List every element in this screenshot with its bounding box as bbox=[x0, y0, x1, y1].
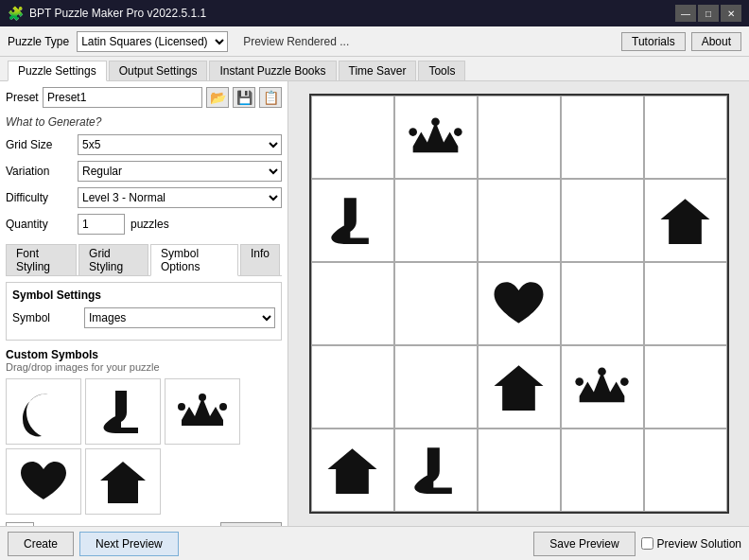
variation-row: Variation Regular bbox=[6, 161, 282, 182]
grid-cell-0-0 bbox=[311, 96, 394, 179]
right-panel bbox=[288, 81, 749, 526]
grid-cell-3-1 bbox=[394, 345, 478, 429]
reset-button[interactable]: Reset bbox=[220, 522, 282, 526]
grid-cell-4-4 bbox=[644, 429, 727, 512]
preset-input[interactable] bbox=[43, 87, 202, 108]
maximize-button[interactable]: □ bbox=[698, 5, 719, 22]
crown-icon bbox=[174, 386, 231, 438]
preview-status: Preview Rendered ... bbox=[243, 35, 349, 48]
grid-cell-0-2 bbox=[478, 96, 561, 179]
puzzles-label: puzzles bbox=[131, 218, 169, 231]
grid-cell-0-1 bbox=[394, 96, 478, 179]
grid-cell-1-2 bbox=[478, 179, 561, 262]
left-panel: Preset 📂 💾 📋 What to Generate? Grid Size… bbox=[0, 81, 288, 526]
symbol-cell-heart[interactable] bbox=[6, 448, 81, 515]
grid-cell-3-4 bbox=[644, 345, 727, 429]
grid-cell-4-3 bbox=[561, 429, 644, 512]
svg-marker-14 bbox=[328, 448, 377, 494]
grid-cell-1-3 bbox=[561, 179, 644, 262]
app-title: BPT Puzzle Maker Pro v2022.5.1.1 bbox=[29, 7, 675, 20]
svg-point-13 bbox=[620, 377, 629, 386]
grid-cell-0-3 bbox=[561, 96, 644, 179]
preset-saveas-button[interactable]: 📋 bbox=[259, 87, 282, 108]
title-bar: 🧩 BPT Puzzle Maker Pro v2022.5.1.1 — □ ✕ bbox=[0, 0, 749, 26]
grid-cell-2-3 bbox=[561, 262, 644, 345]
symbol-row: Symbol Images bbox=[12, 307, 275, 328]
svg-marker-9 bbox=[661, 199, 710, 244]
puzzle-type-label: Puzzle Type bbox=[8, 35, 69, 48]
svg-marker-3 bbox=[100, 462, 146, 503]
create-button[interactable]: Create bbox=[8, 532, 74, 556]
symbol-select[interactable]: Images bbox=[84, 307, 275, 328]
minimize-button[interactable]: — bbox=[675, 5, 696, 22]
grid-cell-2-1 bbox=[394, 262, 478, 345]
grid-cell-3-2 bbox=[478, 345, 561, 429]
close-button[interactable]: ✕ bbox=[721, 5, 741, 22]
quantity-label: Quantity bbox=[6, 218, 72, 231]
grid-cell-3-3 bbox=[561, 345, 644, 429]
symbol-cell-crown[interactable] bbox=[165, 378, 240, 445]
svg-marker-10 bbox=[495, 365, 544, 411]
preset-label: Preset bbox=[6, 91, 39, 104]
puzzle-grid bbox=[309, 94, 729, 514]
variation-select[interactable]: Regular bbox=[78, 161, 282, 182]
grid-cell-1-0 bbox=[311, 179, 394, 262]
inner-tab-font-styling[interactable]: Font Styling bbox=[6, 244, 77, 275]
difficulty-label: Difficulty bbox=[6, 191, 72, 204]
svg-point-12 bbox=[598, 367, 606, 376]
preset-save-button[interactable]: 💾 bbox=[233, 87, 255, 108]
grid-size-select[interactable]: 5x5 bbox=[78, 134, 282, 155]
grid-cell-2-2 bbox=[478, 262, 561, 345]
next-preview-button[interactable]: Next Preview bbox=[79, 532, 179, 556]
menu-bar: Puzzle Type Latin Squares (Licensed) Pre… bbox=[0, 26, 749, 57]
symbol-actions: Reset bbox=[6, 522, 282, 526]
symbol-label: Symbol bbox=[12, 311, 78, 324]
inner-tab-symbol-options[interactable]: Symbol Options bbox=[150, 244, 238, 276]
svg-point-2 bbox=[219, 403, 227, 411]
tab-puzzle-settings[interactable]: Puzzle Settings bbox=[8, 61, 107, 81]
boot-icon bbox=[95, 386, 151, 438]
symbol-cell-moon[interactable] bbox=[6, 378, 81, 445]
grid-cell-2-4 bbox=[644, 262, 727, 345]
svg-point-7 bbox=[431, 117, 440, 126]
difficulty-select[interactable]: Level 3 - Normal bbox=[78, 187, 282, 208]
symbol-cell-boot[interactable] bbox=[85, 378, 161, 445]
drag-hint: Drag/drop images for your puzzle bbox=[6, 361, 282, 373]
tab-output-settings[interactable]: Output Settings bbox=[109, 61, 208, 80]
svg-point-6 bbox=[409, 128, 417, 136]
what-to-generate-label: What to Generate? bbox=[6, 115, 282, 129]
custom-symbol-grid bbox=[6, 378, 282, 515]
grid-cell-0-4 bbox=[644, 96, 727, 179]
inner-tab-info[interactable]: Info bbox=[240, 244, 280, 275]
bottom-bar: Create Next Preview Save Preview Preview… bbox=[0, 526, 749, 560]
inner-tabs: Font Styling Grid Styling Symbol Options… bbox=[6, 244, 282, 276]
puzzle-type-select[interactable]: Latin Squares (Licensed) bbox=[77, 31, 228, 52]
grid-cell-1-1 bbox=[394, 179, 478, 262]
grid-size-label: Grid Size bbox=[6, 138, 72, 151]
preset-open-button[interactable]: 📂 bbox=[206, 87, 229, 108]
difficulty-row: Difficulty Level 3 - Normal bbox=[6, 187, 282, 208]
house-icon bbox=[95, 456, 151, 508]
search-button[interactable] bbox=[6, 522, 34, 526]
about-button[interactable]: About bbox=[691, 32, 741, 51]
grid-cell-4-2 bbox=[478, 429, 561, 512]
symbol-settings: Symbol Settings Symbol Images bbox=[6, 282, 282, 341]
inner-tab-grid-styling[interactable]: Grid Styling bbox=[78, 244, 148, 275]
puzzle-type-row: Puzzle Type Latin Squares (Licensed) Pre… bbox=[8, 31, 349, 52]
quantity-input[interactable] bbox=[78, 214, 125, 235]
grid-cell-4-1 bbox=[394, 429, 478, 512]
main-content: Preset 📂 💾 📋 What to Generate? Grid Size… bbox=[0, 81, 749, 526]
preview-solution-label: Preview Solution bbox=[657, 537, 741, 551]
custom-symbols-title: Custom Symbols bbox=[6, 348, 282, 361]
tab-instant-puzzle-books[interactable]: Instant Puzzle Books bbox=[209, 61, 336, 80]
save-preview-button[interactable]: Save Preview bbox=[533, 532, 635, 556]
grid-cell-4-0 bbox=[311, 429, 394, 512]
variation-label: Variation bbox=[6, 165, 72, 178]
tutorials-button[interactable]: Tutorials bbox=[621, 32, 686, 51]
main-tabs-bar: Puzzle Settings Output Settings Instant … bbox=[0, 57, 749, 81]
svg-point-0 bbox=[178, 403, 185, 411]
tab-tools[interactable]: Tools bbox=[418, 61, 465, 80]
symbol-cell-house[interactable] bbox=[85, 448, 161, 515]
tab-time-saver[interactable]: Time Saver bbox=[339, 61, 417, 80]
preview-solution-checkbox[interactable] bbox=[641, 537, 653, 550]
